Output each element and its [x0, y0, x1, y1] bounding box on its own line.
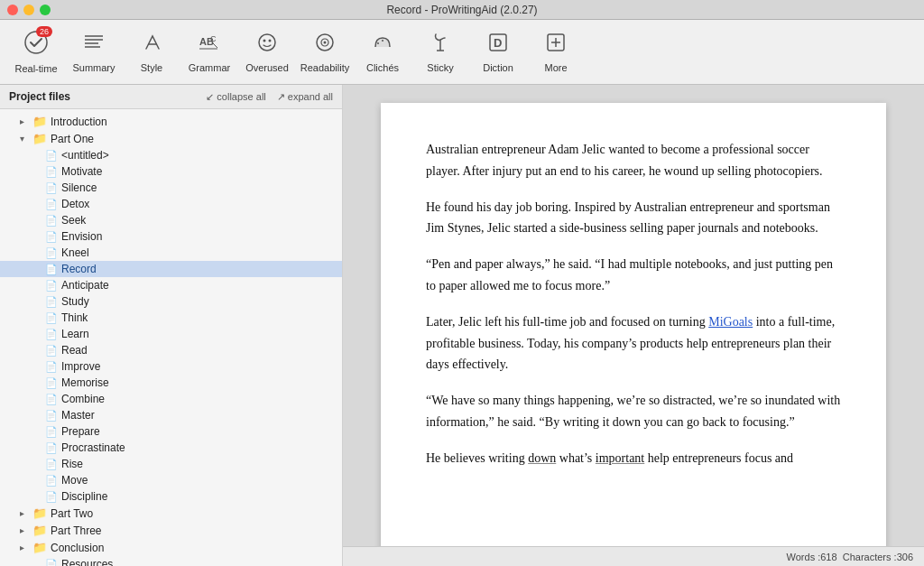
sidebar-item-think[interactable]: 📄Think: [0, 310, 342, 326]
file-icon: 📄: [45, 559, 58, 567]
sidebar-item-label: Combine: [61, 393, 105, 405]
grammar-label: Grammar: [189, 62, 230, 73]
chars-count-value: 306: [897, 552, 913, 562]
style-label: Style: [141, 62, 162, 73]
sidebar-actions: ↙ collapse all ↗ expand all: [206, 91, 333, 103]
svg-point-11: [263, 40, 266, 42]
expand-all-button[interactable]: ↗ expand all: [277, 91, 333, 103]
sidebar-item-memorise[interactable]: 📄Memorise: [0, 375, 342, 391]
sidebar-item-introduction[interactable]: ▸📁Introduction: [0, 113, 342, 130]
file-icon: 📄: [45, 215, 58, 227]
sidebar-item-label: Record: [61, 263, 97, 275]
sidebar-item-label: <untitled>: [61, 149, 109, 162]
window-controls: [7, 5, 51, 15]
sidebar-item-resources[interactable]: 📄Resources: [0, 556, 342, 566]
sidebar-item-label: Silence: [61, 181, 97, 194]
sidebar-item-label: Rise: [61, 458, 83, 470]
editor-page[interactable]: Australian entrepreneur Adam Jelic wante…: [381, 103, 886, 546]
file-icon: 📄: [45, 459, 58, 470]
sidebar-item-label: Kneel: [61, 246, 89, 259]
summary-icon: [82, 31, 106, 60]
sidebar-item-detox[interactable]: 📄Detox: [0, 196, 342, 212]
sidebar-header: Project files ↙ collapse all ↗ expand al…: [0, 85, 342, 109]
tool-overused[interactable]: Overused: [238, 27, 296, 77]
word-count-value: 618: [820, 552, 836, 562]
file-icon: 📄: [45, 377, 58, 389]
sidebar-item-learn[interactable]: 📄Learn: [0, 326, 342, 342]
sidebar-item-read[interactable]: 📄Read: [0, 342, 342, 358]
cliches-icon: [371, 31, 394, 60]
sidebar-item-move[interactable]: 📄Move: [0, 472, 342, 488]
sidebar-title: Project files: [9, 90, 70, 103]
sidebar-item-kneel[interactable]: 📄Kneel: [0, 245, 342, 261]
window-title: Record - ProWritingAid (2.0.27): [386, 4, 537, 16]
tool-sticky[interactable]: Sticky: [411, 27, 469, 77]
sidebar-item-untitled[interactable]: 📄<untitled>: [0, 147, 342, 163]
file-icon: 📄: [45, 150, 58, 162]
summary-label: Summary: [72, 62, 115, 73]
overused-label: Overused: [245, 62, 289, 73]
tool-diction[interactable]: D Diction: [469, 27, 527, 77]
sidebar-item-conclusion[interactable]: ▸📁Conclusion: [0, 539, 342, 556]
tool-more[interactable]: More: [527, 27, 585, 77]
sidebar-item-silence[interactable]: 📄Silence: [0, 180, 342, 196]
close-button[interactable]: [7, 5, 18, 15]
sidebar-item-seek[interactable]: 📄Seek: [0, 212, 342, 228]
tool-summary[interactable]: Summary: [65, 27, 123, 77]
sidebar-item-study[interactable]: 📄Study: [0, 293, 342, 310]
sidebar-item-combine[interactable]: 📄Combine: [0, 391, 342, 407]
migoals-link: MiGoals: [708, 315, 753, 329]
maximize-button[interactable]: [40, 5, 51, 15]
tool-style[interactable]: Style: [123, 27, 180, 77]
sidebar-item-prepare[interactable]: 📄Prepare: [0, 423, 342, 440]
sidebar-item-label: Resources: [61, 558, 113, 566]
file-icon: 📄: [45, 410, 58, 422]
file-icon: 📄: [45, 394, 58, 405]
cliches-label: Clichés: [366, 62, 399, 73]
minimize-button[interactable]: [23, 5, 34, 15]
underline-important: important: [596, 451, 644, 465]
folder-icon: 📁: [32, 506, 47, 520]
sidebar-item-part-three[interactable]: ▸📁Part Three: [0, 522, 342, 539]
svg-point-17: [382, 40, 383, 42]
folder-icon: 📁: [32, 132, 47, 145]
sidebar-item-label: Read: [61, 344, 88, 357]
sidebar-item-label: Introduction: [51, 116, 107, 128]
tool-realtime[interactable]: 26Real-time: [7, 26, 65, 78]
diction-icon: D: [486, 31, 510, 60]
sidebar-item-label: Study: [61, 295, 89, 308]
sidebar-item-label: Learn: [61, 328, 89, 340]
paragraph-5: “We have so many things happening, we’re…: [426, 390, 841, 433]
overused-icon: [255, 31, 279, 60]
toolbar: 26Real-time Summary Style AB C Grammar O…: [0, 20, 924, 85]
sidebar-item-label: Conclusion: [51, 542, 104, 554]
sidebar-item-master[interactable]: 📄Master: [0, 407, 342, 423]
sidebar-item-label: Prepare: [61, 425, 100, 438]
folder-arrow-icon: ▸: [20, 508, 32, 518]
sidebar-item-record[interactable]: 📄Record: [0, 261, 342, 277]
file-icon: 📄: [45, 280, 58, 292]
tool-cliches[interactable]: Clichés: [354, 27, 411, 77]
file-icon: 📄: [45, 475, 58, 487]
realtime-icon: 26: [23, 30, 49, 60]
sidebar-item-motivate[interactable]: 📄Motivate: [0, 163, 342, 180]
file-icon: 📄: [45, 426, 58, 438]
editor-scroll[interactable]: Australian entrepreneur Adam Jelic wante…: [343, 85, 924, 546]
sticky-label: Sticky: [427, 62, 453, 73]
sidebar-item-label: Move: [61, 474, 88, 487]
sidebar-item-envision[interactable]: 📄Envision: [0, 228, 342, 245]
grammar-icon: AB C: [198, 31, 221, 60]
sidebar-item-part-two[interactable]: ▸📁Part Two: [0, 505, 342, 522]
sidebar-item-label: Part One: [51, 133, 94, 145]
sidebar-item-anticipate[interactable]: 📄Anticipate: [0, 277, 342, 293]
sidebar-item-part-one[interactable]: ▾📁Part One: [0, 130, 342, 147]
collapse-all-button[interactable]: ↙ collapse all: [206, 91, 265, 103]
sidebar-item-procrastinate[interactable]: 📄Procrastinate: [0, 440, 342, 456]
sidebar-item-rise[interactable]: 📄Rise: [0, 456, 342, 472]
tool-readability[interactable]: Readability: [296, 27, 354, 77]
folder-arrow-icon: ▸: [20, 116, 32, 126]
underline-down: down: [528, 451, 556, 465]
sidebar-item-improve[interactable]: 📄Improve: [0, 358, 342, 375]
tool-grammar[interactable]: AB C Grammar: [180, 27, 238, 77]
sidebar-item-discipline[interactable]: 📄Discipline: [0, 488, 342, 505]
